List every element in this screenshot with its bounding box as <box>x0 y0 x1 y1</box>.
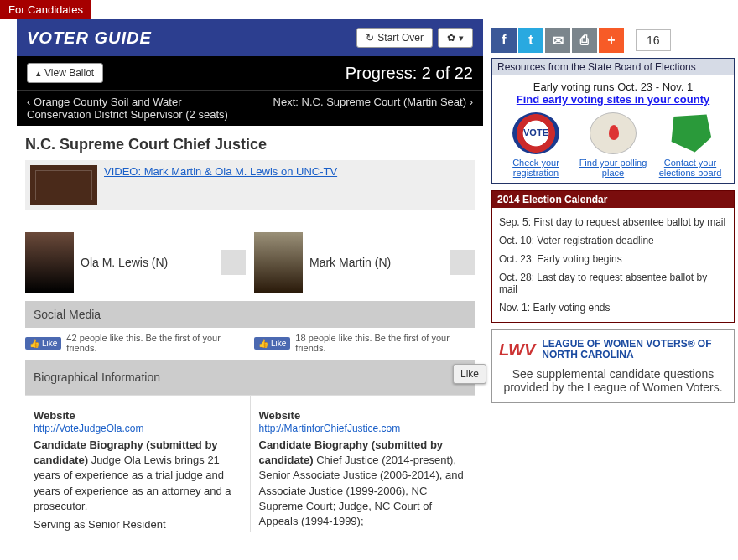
like-count-text: 18 people like this. Be the first of you… <box>295 333 475 353</box>
next-race-link[interactable]: Next: N.C. Supreme Court (Martin Seat) › <box>259 96 473 121</box>
progress-text: Progress: 2 of 22 <box>346 64 473 83</box>
candidate-website-link[interactable]: http://MartinforChiefJustice.com <box>259 423 401 434</box>
candidate-card: Ola M. Lewis (N) <box>25 232 246 293</box>
website-label: Website <box>34 409 242 422</box>
candidate-card: Mark Martin (N) <box>254 232 475 293</box>
candidate-name: Ola M. Lewis (N) <box>81 256 214 269</box>
main-column: VOTER GUIDE ↻Start Over ✿▾ ▴View Ballot … <box>17 19 483 532</box>
calendar-item: Oct. 23: Early voting begins <box>499 250 727 268</box>
race-title: N.C. Supreme Court Chief Justice <box>17 126 483 160</box>
floating-like-button[interactable]: Like <box>453 364 486 384</box>
calendar-item: Oct. 10: Voter registration deadline <box>499 231 727 250</box>
prev-race-link[interactable]: ‹ Orange County Soil and Water Conservat… <box>27 96 241 121</box>
video-link[interactable]: VIDEO: Mark Martin & Ola M. Lewis on UNC… <box>104 165 337 178</box>
share-bar: f t ✉ ⎙ + 16 <box>491 28 735 53</box>
lwv-panel[interactable]: LWV LEAGUE OF WOMEN VOTERS® OF NORTH CAR… <box>491 329 735 403</box>
early-voting-dates: Early voting runs Oct. 23 - Nov. 1 <box>497 80 729 93</box>
resources-panel: Resources from the State Board of Electi… <box>491 58 735 184</box>
chevron-left-icon: ‹ <box>27 96 30 108</box>
calendar-panel: 2014 Election Calendar Sep. 5: First day… <box>491 190 735 323</box>
fb-like-button[interactable]: 👍Like <box>25 337 61 350</box>
mail-icon: ✉ <box>553 33 564 49</box>
race-nav: ‹ Orange County Soil and Water Conservat… <box>17 90 483 126</box>
print-icon: ⎙ <box>580 33 589 48</box>
share-count: 16 <box>636 29 671 51</box>
polling-place-link[interactable]: Find your polling place <box>577 112 649 178</box>
website-label: Website <box>259 409 467 422</box>
bio-header[interactable]: Biographical Information − <box>25 360 475 395</box>
gear-icon: ✿ <box>447 32 455 44</box>
share-twitter-button[interactable]: t <box>518 28 543 53</box>
plus-icon: + <box>607 33 615 48</box>
candidate-select-checkbox[interactable] <box>221 250 246 275</box>
thumbs-up-icon: 👍 <box>29 339 39 348</box>
elections-board-link[interactable]: Contact your elections board <box>654 112 726 178</box>
like-count-text: 42 people like this. Be the first of you… <box>66 333 246 353</box>
guide-header: VOTER GUIDE ↻Start Over ✿▾ <box>17 19 483 56</box>
print-button[interactable]: ⎙ <box>572 28 597 53</box>
settings-button[interactable]: ✿▾ <box>438 28 473 48</box>
lwv-name: LEAGUE OF WOMEN VOTERS® OF NORTH CAROLIN… <box>542 339 727 360</box>
caret-down-icon: ▾ <box>459 33 464 44</box>
guide-title: VOTER GUIDE <box>27 29 152 48</box>
social-media-header: Social Media <box>25 301 475 328</box>
calendar-item: Oct. 28: Last day to request absentee ba… <box>499 268 727 298</box>
sidebar: f t ✉ ⎙ + 16 Resources from the State Bo… <box>491 28 735 532</box>
candidate-name: Mark Martin (N) <box>309 256 443 269</box>
share-email-button[interactable]: ✉ <box>545 28 570 53</box>
facebook-icon: f <box>502 33 506 48</box>
candidate-photo <box>254 232 303 293</box>
caret-up-icon: ▴ <box>36 68 41 79</box>
check-registration-link[interactable]: Check your registration <box>500 112 572 178</box>
candidate-select-checkbox[interactable] <box>450 250 475 275</box>
share-more-button[interactable]: + <box>599 28 624 53</box>
calendar-header: 2014 Election Calendar <box>492 191 734 208</box>
start-over-button[interactable]: ↻Start Over <box>356 28 433 48</box>
view-ballot-button[interactable]: ▴View Ballot <box>27 63 103 83</box>
candidate-row: Ola M. Lewis (N) Mark Martin (N) <box>25 232 475 293</box>
candidate-photo <box>25 232 74 293</box>
calendar-item: Nov. 1: Early voting ends <box>499 298 727 317</box>
bio-left: Website http://VoteJudgeOla.com Candidat… <box>25 396 251 532</box>
candidate-website-link[interactable]: http://VoteJudgeOla.com <box>34 423 143 434</box>
early-voting-link[interactable]: Find early voting sites in your county <box>517 93 709 106</box>
thumbs-up-icon: 👍 <box>258 339 268 348</box>
fb-like-button[interactable]: 👍Like <box>254 337 290 350</box>
bio-right: Website http://MartinforChiefJustice.com… <box>251 396 476 532</box>
calendar-list: Sep. 5: First day to request absentee ba… <box>492 208 734 322</box>
resources-header: Resources from the State Board of Electi… <box>492 59 734 75</box>
map-pin-icon <box>590 112 637 154</box>
share-facebook-button[interactable]: f <box>491 28 517 53</box>
chevron-right-icon: › <box>470 96 473 108</box>
lwv-text: See supplemental candidate questions pro… <box>499 367 727 394</box>
refresh-icon: ↻ <box>366 32 374 44</box>
twitter-icon: t <box>528 33 533 48</box>
for-candidates-tab[interactable]: For Candidates <box>0 0 91 19</box>
county-shape-icon <box>667 112 714 154</box>
social-like-row: 👍Like 42 people like this. Be the first … <box>25 333 475 353</box>
bio-section: Website http://VoteJudgeOla.com Candidat… <box>25 395 475 532</box>
progress-bar: ▴View Ballot Progress: 2 of 22 <box>17 56 483 90</box>
calendar-item: Sep. 5: First day to request absentee ba… <box>499 213 727 231</box>
video-thumbnail[interactable] <box>30 165 97 205</box>
lwv-logo-icon: LWV <box>499 340 535 360</box>
vote-icon <box>512 112 559 154</box>
video-row: VIDEO: Mark Martin & Ola M. Lewis on UNC… <box>25 160 475 210</box>
